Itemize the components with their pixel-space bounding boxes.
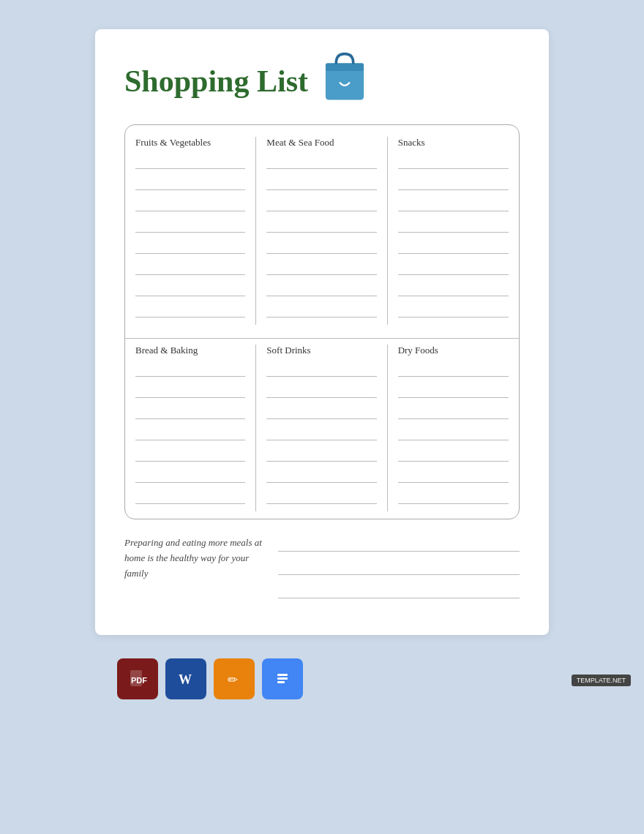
lines-fruits	[135, 156, 245, 318]
svg-rect-6	[277, 674, 288, 676]
lines-snacks	[398, 156, 509, 318]
list-line[interactable]	[266, 491, 376, 504]
list-line[interactable]	[266, 241, 376, 254]
category-label-meat: Meat & Sea Food	[266, 137, 376, 149]
list-line[interactable]	[135, 219, 245, 233]
top-categories: Fruits & Vegetables Meat & Sea Food	[125, 137, 519, 325]
list-line[interactable]	[135, 427, 245, 440]
category-bread-baking: Bread & Baking	[125, 345, 256, 511]
list-line[interactable]	[266, 156, 376, 169]
footer-lines	[278, 536, 520, 598]
list-line[interactable]	[135, 177, 245, 190]
list-line[interactable]	[135, 283, 245, 296]
page-title: Shopping List	[124, 64, 308, 99]
bottom-wrapper: PDF W ✏ TEMPLATE.NET	[0, 635, 644, 699]
page-card: Shopping List Fruits & Vegetables	[95, 29, 549, 635]
list-line[interactable]	[135, 470, 245, 483]
list-line[interactable]	[398, 427, 509, 440]
bottom-categories: Bread & Baking Soft Drinks	[125, 345, 519, 511]
lines-dry	[398, 364, 509, 504]
pages-button[interactable]: ✏	[214, 658, 255, 699]
category-dry-foods: Dry Foods	[388, 345, 519, 511]
list-line[interactable]	[266, 219, 376, 233]
list-line[interactable]	[398, 241, 509, 254]
category-label-snacks: Snacks	[398, 137, 509, 149]
list-line[interactable]	[266, 427, 376, 440]
list-line[interactable]	[135, 385, 245, 398]
template-badge: TEMPLATE.NET	[572, 675, 631, 686]
list-line[interactable]	[266, 364, 376, 377]
category-snacks: Snacks	[388, 137, 519, 325]
list-line[interactable]	[398, 470, 509, 483]
svg-rect-1	[326, 63, 364, 71]
footer-area: Preparing and eating more meals at home …	[124, 536, 520, 598]
list-line[interactable]	[266, 448, 376, 462]
list-line[interactable]	[398, 219, 509, 233]
list-line[interactable]	[266, 304, 376, 318]
list-line[interactable]	[135, 156, 245, 169]
lines-drinks	[266, 364, 376, 504]
list-line[interactable]	[398, 364, 509, 377]
list-line[interactable]	[398, 177, 509, 190]
category-label-bread: Bread & Baking	[135, 345, 245, 356]
category-meat-seafood: Meat & Sea Food	[256, 137, 387, 325]
svg-text:✏: ✏	[228, 673, 238, 687]
list-grid: Fruits & Vegetables Meat & Sea Food	[124, 124, 520, 519]
list-line[interactable]	[266, 198, 376, 211]
list-line[interactable]	[135, 448, 245, 462]
list-line[interactable]	[135, 241, 245, 254]
category-label-fruits: Fruits & Vegetables	[135, 137, 245, 149]
list-line[interactable]	[398, 283, 509, 296]
bottom-toolbar: PDF W ✏	[117, 658, 644, 699]
list-line[interactable]	[398, 262, 509, 275]
list-line[interactable]	[398, 156, 509, 169]
list-line[interactable]	[135, 198, 245, 211]
list-line[interactable]	[398, 448, 509, 462]
category-label-dry: Dry Foods	[398, 345, 509, 356]
footer-line[interactable]	[278, 562, 520, 575]
svg-rect-7	[277, 677, 288, 680]
lines-meat	[266, 156, 376, 318]
list-line[interactable]	[135, 364, 245, 377]
list-line[interactable]	[266, 385, 376, 398]
section-divider	[125, 338, 519, 339]
svg-text:PDF: PDF	[131, 676, 147, 685]
list-line[interactable]	[135, 262, 245, 275]
toolbar-row: PDF W ✏	[0, 658, 644, 699]
list-line[interactable]	[266, 406, 376, 419]
list-line[interactable]	[266, 262, 376, 275]
svg-text:W: W	[179, 672, 192, 687]
list-line[interactable]	[398, 491, 509, 504]
list-line[interactable]	[266, 283, 376, 296]
list-line[interactable]	[135, 304, 245, 318]
word-button[interactable]: W	[165, 658, 206, 699]
list-line[interactable]	[135, 491, 245, 504]
footer-line[interactable]	[278, 585, 520, 598]
svg-rect-8	[277, 681, 285, 683]
shopping-bag-icon	[320, 51, 370, 104]
list-line[interactable]	[398, 198, 509, 211]
list-line[interactable]	[266, 470, 376, 483]
list-line[interactable]	[398, 406, 509, 419]
footer-line[interactable]	[278, 538, 520, 552]
list-line[interactable]	[398, 304, 509, 318]
category-soft-drinks: Soft Drinks	[256, 345, 387, 511]
header: Shopping List	[124, 59, 520, 104]
pdf-button[interactable]: PDF	[117, 658, 158, 699]
quote-text: Preparing and eating more meals at home …	[124, 536, 271, 581]
list-line[interactable]	[135, 406, 245, 419]
category-fruits-vegetables: Fruits & Vegetables	[125, 137, 256, 325]
docs-button[interactable]	[262, 658, 303, 699]
lines-bread	[135, 364, 245, 504]
category-label-drinks: Soft Drinks	[266, 345, 376, 356]
list-line[interactable]	[398, 385, 509, 398]
list-line[interactable]	[266, 177, 376, 190]
